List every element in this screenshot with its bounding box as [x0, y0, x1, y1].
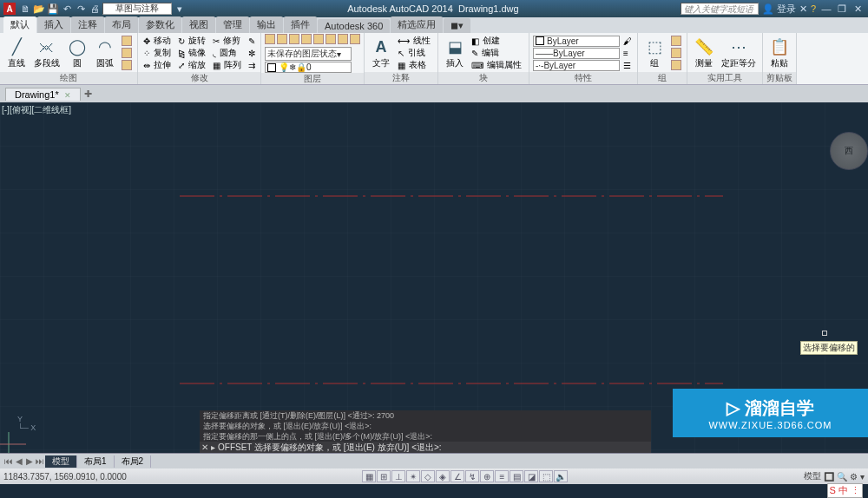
layout-model[interactable]: 模型 — [45, 455, 77, 468]
tpy-toggle[interactable]: ▤ — [510, 470, 523, 482]
minimize-icon[interactable]: — — [819, 3, 833, 15]
group-label-util[interactable]: 实用工具 — [687, 72, 762, 84]
erase-button[interactable]: ✎ — [247, 36, 257, 46]
dim-linear-button[interactable]: ⟷ 线性 — [396, 35, 434, 47]
qat-save-icon[interactable]: 💾 — [47, 3, 59, 15]
table-button[interactable]: ▦ 表格 — [396, 59, 434, 71]
scale-button[interactable]: ⤢ 缩放 — [176, 59, 209, 71]
layer-ico5[interactable] — [313, 34, 324, 46]
gr-ico2[interactable] — [669, 48, 683, 58]
matchprop-button[interactable]: 🖌 — [621, 36, 634, 46]
group-label-groups[interactable]: 组 — [638, 72, 687, 84]
move-button[interactable]: ✥ 移动 — [141, 35, 174, 47]
rotate-button[interactable]: ↻ 旋转 — [176, 35, 209, 47]
stretch-button[interactable]: ⇹ 拉伸 — [141, 59, 174, 71]
snap-toggle[interactable]: ▦ — [362, 470, 376, 482]
qat-undo-icon[interactable]: ↶ — [61, 3, 73, 15]
group-label-block[interactable]: 块 — [438, 72, 529, 84]
layer-ico1[interactable] — [265, 34, 275, 46]
layer-ico8[interactable] — [350, 34, 360, 46]
status-ico4[interactable]: ▾ — [860, 472, 865, 482]
nav-first-icon[interactable]: ⏮ — [3, 456, 14, 466]
array-button[interactable]: ▦ 阵列 — [211, 59, 245, 71]
offset-button[interactable]: ⇉ — [247, 61, 257, 70]
group-label-clip[interactable]: 剪贴板 — [763, 72, 796, 84]
nav-next-icon[interactable]: ▶ — [24, 456, 35, 466]
status-ico3[interactable]: ⚙ — [850, 472, 858, 482]
lwt-toggle[interactable]: ≡ — [495, 470, 509, 482]
line-button[interactable]: ╱直线 — [3, 36, 30, 69]
close-icon[interactable]: ✕ — [851, 3, 865, 15]
props-ico3[interactable]: ☰ — [621, 61, 634, 70]
status-ico1[interactable]: 🔲 — [824, 472, 834, 482]
explode-button[interactable]: ✼ — [247, 49, 257, 58]
qat-open-icon[interactable]: 📂 — [33, 3, 45, 15]
sc-toggle[interactable]: ⬚ — [539, 470, 553, 482]
tab-output[interactable]: 输出 — [250, 16, 283, 33]
command-line[interactable]: ✕ ▸ — [200, 442, 651, 453]
command-input[interactable] — [218, 442, 649, 452]
arc-button[interactable]: ◠圆弧 — [92, 36, 118, 69]
color-dropdown[interactable]: ByLayer — [533, 36, 620, 47]
qat-redo-icon[interactable]: ↷ — [75, 3, 87, 15]
group-label-annot[interactable]: 注释 — [365, 72, 437, 84]
group-label-layer[interactable]: 图层 — [261, 73, 364, 85]
tab-layout[interactable]: 布局 — [105, 16, 138, 33]
nav-prev-icon[interactable]: ◀ — [14, 456, 24, 466]
layer-ico7[interactable] — [338, 34, 348, 46]
am-toggle[interactable]: 🔈 — [554, 470, 568, 482]
draw-ico3[interactable] — [120, 60, 134, 70]
linetype-dropdown[interactable]: -·- ByLayer — [533, 60, 620, 71]
qat-new-icon[interactable]: 🗎 — [19, 3, 31, 15]
status-coords[interactable]: 11843.7357, 1569.0910, 0.0000 — [3, 472, 127, 482]
tab-extra-icon[interactable]: ◼▾ — [444, 18, 470, 33]
ime-indicator[interactable]: S 中 ⋮ — [827, 483, 863, 498]
layer-dropdown[interactable]: 💡❄🔒 0 — [265, 62, 352, 73]
grid-toggle[interactable]: ⊞ — [377, 470, 391, 482]
cmd-close-icon[interactable]: ✕ — [201, 442, 208, 452]
gr-ico1[interactable] — [669, 36, 683, 46]
group-button[interactable]: ⬚组 — [641, 36, 667, 69]
workspace-dropdown[interactable]: 草图与注释 — [102, 3, 172, 15]
doc-new-icon[interactable]: ✚ — [84, 88, 92, 100]
tab-default[interactable]: 默认 — [3, 16, 36, 33]
restore-icon[interactable]: ❐ — [835, 3, 849, 15]
tab-insert[interactable]: 插入 — [37, 16, 70, 33]
qat-more-icon[interactable]: ▾ — [174, 3, 186, 15]
ducs-toggle[interactable]: ↯ — [465, 470, 479, 482]
exchange-icon[interactable]: ✕ — [799, 3, 807, 15]
login-button[interactable]: 👤 登录 — [762, 3, 796, 16]
help-icon[interactable]: ? — [811, 3, 816, 14]
tab-featured[interactable]: 精选应用 — [391, 16, 443, 33]
nav-last-icon[interactable]: ⏭ — [35, 456, 45, 466]
copy-button[interactable]: ⁘ 复制 — [141, 47, 174, 59]
lineweight-dropdown[interactable]: —— ByLayer — [533, 48, 620, 59]
mirror-button[interactable]: ⧎ 镜像 — [176, 47, 209, 59]
layer-ico6[interactable] — [326, 34, 336, 46]
block-attr-button[interactable]: ⌨ 编辑属性 — [470, 59, 525, 71]
tab-parametric[interactable]: 参数化 — [139, 16, 181, 33]
tab-a360[interactable]: Autodesk 360 — [318, 19, 390, 33]
otrack-toggle[interactable]: ∠ — [450, 470, 464, 482]
circle-button[interactable]: ◯圆 — [64, 36, 90, 69]
insert-button[interactable]: ⬓插入 — [442, 36, 468, 69]
props-ico2[interactable]: ≡ — [621, 49, 634, 58]
polar-toggle[interactable]: ✴ — [406, 470, 420, 482]
text-button[interactable]: A文字 — [368, 36, 394, 69]
group-label-props[interactable]: 特性 — [529, 72, 637, 84]
layer-ico2[interactable] — [277, 34, 287, 46]
leader-button[interactable]: ↖ 引线 — [396, 47, 434, 59]
help-search-input[interactable]: 键入关键字或短语 — [681, 3, 759, 15]
paste-button[interactable]: 📋粘贴 — [766, 36, 792, 69]
doc-close-icon[interactable]: ✕ — [64, 91, 71, 100]
block-edit-button[interactable]: ✎ 编辑 — [470, 47, 525, 59]
trim-button[interactable]: ✂ 修剪 — [211, 35, 245, 47]
draw-ico1[interactable] — [120, 36, 134, 46]
app-icon[interactable]: A — [3, 3, 16, 15]
divide-button[interactable]: ⋯定距等分 — [719, 36, 759, 69]
viewcube[interactable]: 西 — [830, 132, 868, 170]
osnap-toggle[interactable]: ◇ — [421, 470, 435, 482]
ortho-toggle[interactable]: ⊥ — [391, 470, 405, 482]
3dosnap-toggle[interactable]: ◈ — [436, 470, 450, 482]
fillet-button[interactable]: ◟ 圆角 — [211, 47, 245, 59]
